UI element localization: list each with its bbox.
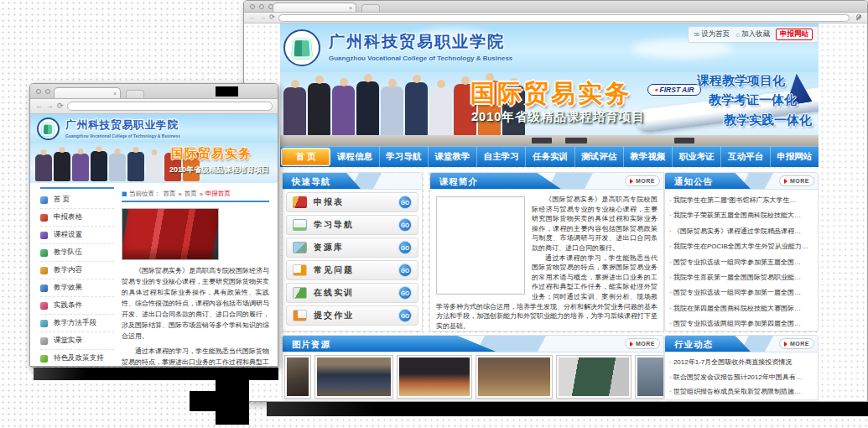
notice-item[interactable]: 《国际贸易实务》课程通过学院精品课程… bbox=[669, 224, 813, 239]
address-bar[interactable] bbox=[67, 102, 273, 111]
more-button[interactable]: MORE bbox=[625, 338, 660, 349]
sidebar-item-course-setup[interactable]: 课程设置 bbox=[40, 227, 114, 244]
notice-item[interactable]: 我院学子荣获第五届全国商科院校技能大… bbox=[669, 208, 813, 223]
sidebar-item-apply-forms[interactable]: 申报表格 bbox=[40, 209, 114, 227]
person-silhouette bbox=[356, 81, 379, 136]
address-bar[interactable] bbox=[278, 14, 850, 22]
sidebar-item-home[interactable]: 首 页 bbox=[40, 191, 114, 209]
quick-nav-item-online-practice[interactable]: 在线实训GO bbox=[286, 283, 418, 303]
sidebar-item-teaching-team[interactable]: 教学队伍 bbox=[40, 244, 114, 262]
forward-icon[interactable]: → bbox=[46, 102, 54, 110]
new-tab-button[interactable] bbox=[361, 4, 380, 12]
quick-nav-item-resources[interactable]: 资源库GO bbox=[286, 237, 418, 258]
photo-thumbnail[interactable] bbox=[557, 356, 631, 398]
tab-strip: × bbox=[30, 84, 278, 99]
photo-thumbnail[interactable] bbox=[636, 356, 663, 398]
industry-news-item[interactable]: 2012年1-7月全国吸收外商直接投资情况 bbox=[669, 355, 813, 370]
photo-thumbnail[interactable] bbox=[398, 356, 471, 398]
college-name-block: 广州科技贸易职业学院 Guangzhou Vocational College … bbox=[329, 31, 512, 62]
industry-news-item[interactable]: 联合国贸发会议报告预计2012年中国具有… bbox=[669, 370, 813, 385]
more-button[interactable]: MORE bbox=[779, 338, 814, 349]
sidebar-item-policy-support[interactable]: 特色及政策支持 bbox=[40, 350, 114, 366]
back-window-bottom-shadow bbox=[34, 368, 278, 380]
sidebar-item-practice-conditions[interactable]: 实践条件 bbox=[40, 297, 114, 315]
back-icon[interactable]: ← bbox=[35, 102, 43, 110]
more-button[interactable]: MORE bbox=[625, 175, 660, 186]
sidebar-item-class-recordings[interactable]: 课堂实录 bbox=[40, 332, 114, 350]
photo-thumbnail[interactable] bbox=[315, 356, 392, 398]
industry-news-item[interactable]: 世贸组织报告称成员采取新贸易限制措施… bbox=[669, 384, 813, 399]
nav-item-home[interactable]: 首 页 bbox=[281, 148, 330, 166]
reload-icon[interactable]: ⟳ bbox=[57, 102, 64, 110]
college-name-cn: 广州科技贸易职业学院 bbox=[329, 31, 512, 53]
sidebar-item-teaching-content[interactable]: 教学内容 bbox=[40, 262, 114, 279]
nav-item-assessment[interactable]: 测试评估 bbox=[575, 147, 624, 167]
new-tab-button[interactable] bbox=[126, 90, 144, 98]
person-silhouette bbox=[35, 154, 52, 181]
photo-thumbnail[interactable] bbox=[285, 356, 310, 398]
content-area: 快速导航 申报表GO 学习导航GO 资源库GO 常见问题GO 在线实训GO 提交… bbox=[280, 167, 819, 401]
book-icon bbox=[293, 196, 307, 208]
minimize-window-icon[interactable] bbox=[45, 89, 50, 94]
nav-item-apply-site[interactable]: 申报网站 bbox=[771, 147, 819, 167]
industry-news-item[interactable]: 中国商谈自由贸易协定情况 bbox=[669, 399, 813, 400]
go-button[interactable]: GO bbox=[398, 241, 412, 254]
notice-item[interactable]: 我院在第四届全国商科院校技能大赛国际… bbox=[669, 301, 813, 316]
photo-thumbnail[interactable] bbox=[476, 356, 552, 398]
page-viewport: ✉设为首页 ⌂加入收藏 申报网站 广州科技贸易职业学院 Guangzhou Vo… bbox=[244, 23, 867, 401]
minimize-window-icon[interactable] bbox=[259, 4, 264, 9]
luggage-cart bbox=[674, 138, 694, 144]
apply-site-link[interactable]: 申报网站 bbox=[776, 29, 813, 40]
course-books-photo[interactable] bbox=[122, 208, 219, 260]
site-header: 广州科技贸易职业学院 Guangzhou Vocational College … bbox=[30, 114, 278, 143]
quick-nav-item-submit-homework[interactable]: 提交作业GO bbox=[286, 305, 418, 326]
quick-nav-item-faq[interactable]: 常见问题GO bbox=[286, 260, 418, 280]
add-favorite-link[interactable]: ⌂加入收藏 bbox=[735, 29, 770, 39]
nav-item-interaction[interactable]: 互动平台 bbox=[721, 147, 770, 167]
industry-news-list: 2012年1-7月全国吸收外商直接投资情况 联合国贸发会议报告预计2012年中国… bbox=[665, 352, 818, 400]
notice-item[interactable]: 国贸专业拟选拔一组同学参加第一届全国… bbox=[669, 285, 813, 300]
browser-tab[interactable]: × bbox=[54, 87, 121, 98]
nav-item-course-info[interactable]: 课程信息 bbox=[330, 147, 379, 167]
wrench-menu-icon[interactable] bbox=[855, 14, 862, 21]
notice-item[interactable]: 我院学生喜获第一届全国国际贸易职业能… bbox=[669, 270, 813, 285]
notice-item[interactable]: 国贸专业拟选拔一组同学参加第五届全国… bbox=[669, 255, 813, 270]
reload-icon[interactable]: ⟳ bbox=[269, 14, 275, 21]
close-tab-icon[interactable]: × bbox=[113, 91, 117, 97]
person-silhouette bbox=[109, 154, 126, 181]
go-button[interactable]: GO bbox=[398, 309, 412, 322]
go-button[interactable]: GO bbox=[398, 264, 412, 277]
nav-item-videos[interactable]: 教学视频 bbox=[624, 147, 673, 167]
nav-item-classroom[interactable]: 课堂教学 bbox=[429, 147, 477, 167]
breadcrumb-prefix: 当前位置： bbox=[129, 190, 161, 198]
tab-strip: × bbox=[244, 1, 867, 13]
quick-nav-item-study-guide[interactable]: 学习导航GO bbox=[286, 215, 418, 235]
more-button[interactable]: MORE bbox=[779, 175, 814, 186]
industry-news-header: 行业动态 MORE bbox=[665, 336, 818, 352]
close-window-icon[interactable] bbox=[250, 4, 255, 9]
browser-tab[interactable]: × bbox=[273, 3, 356, 12]
sidebar-item-teaching-methods[interactable]: 教学方法手段 bbox=[40, 315, 114, 332]
close-tab-icon[interactable]: × bbox=[349, 5, 352, 11]
close-window-icon[interactable] bbox=[36, 89, 41, 94]
back-icon[interactable]: ← bbox=[249, 14, 256, 21]
notice-item[interactable]: 我院学生在第二届“图书馆杯广东大学生… bbox=[669, 193, 813, 208]
notice-item[interactable]: 国贸专业拟选拔两组同学参加第四届全国… bbox=[669, 316, 813, 331]
notice-item[interactable]: 我院学生在POCIB全国大学生外贸从业能力… bbox=[669, 239, 813, 254]
go-button[interactable]: GO bbox=[398, 286, 412, 300]
go-button[interactable]: GO bbox=[398, 196, 412, 209]
forward-icon[interactable]: → bbox=[259, 14, 266, 21]
sidebar-item-teaching-results[interactable]: 教学效果 bbox=[40, 279, 114, 297]
sidebar-menu: 首 页 申报表格 课程设置 教学队伍 教学内容 教学效果 实践条件 教学方法手段… bbox=[40, 187, 114, 366]
set-home-link[interactable]: ✉设为首页 bbox=[694, 29, 730, 39]
breadcrumb-home-link[interactable]: 首页 bbox=[185, 190, 197, 198]
quick-nav-item-apply-form[interactable]: 申报表GO bbox=[286, 192, 418, 212]
window-controls[interactable] bbox=[250, 4, 273, 9]
nav-item-certification[interactable]: 职业考证 bbox=[673, 147, 721, 167]
nav-item-self-study[interactable]: 自主学习 bbox=[477, 147, 526, 167]
nav-item-study-guide[interactable]: 学习导航 bbox=[380, 147, 429, 167]
breadcrumb-home-link[interactable]: 首页 bbox=[164, 190, 176, 198]
course-icon bbox=[40, 232, 48, 239]
go-button[interactable]: GO bbox=[398, 218, 412, 232]
nav-item-practice[interactable]: 任务实训 bbox=[526, 147, 574, 167]
